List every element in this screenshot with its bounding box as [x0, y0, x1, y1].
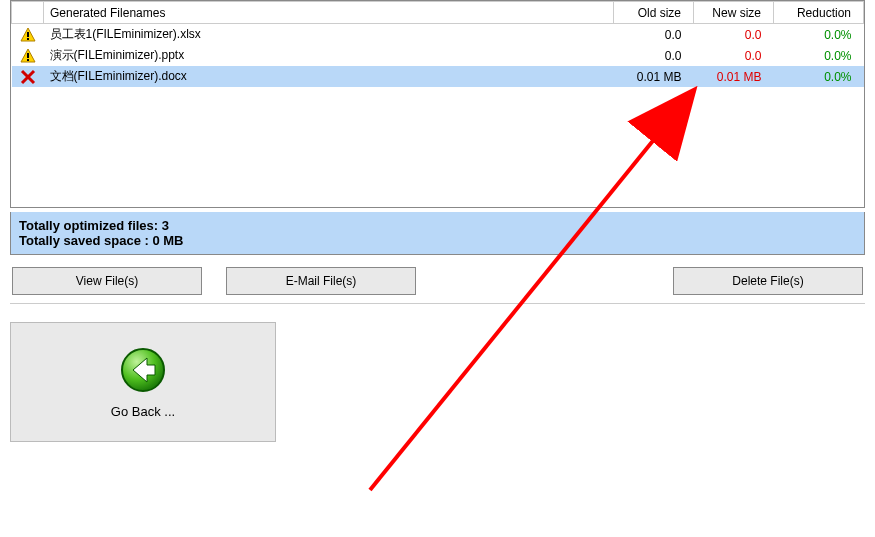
arrow-left-circle-icon — [119, 346, 167, 394]
cell-filename: 员工表1(FILEminimizer).xlsx — [44, 24, 614, 46]
table-row[interactable]: 文档(FILEminimizer).docx0.01 MB0.01 MB0.0% — [12, 66, 864, 87]
go-back-label: Go Back ... — [111, 404, 175, 419]
cell-old-size: 0.01 MB — [614, 66, 694, 87]
cell-old-size: 0.0 — [614, 45, 694, 66]
cell-new-size: 0.01 MB — [694, 66, 774, 87]
svg-rect-4 — [27, 53, 29, 58]
cell-filename: 文档(FILEminimizer).docx — [44, 66, 614, 87]
action-button-row: View File(s) E-Mail File(s) Delete File(… — [10, 267, 865, 304]
summary-saved-space: Totally saved space : 0 MB — [19, 233, 856, 248]
col-filename[interactable]: Generated Filenames — [44, 2, 614, 24]
table-header-row: Generated Filenames Old size New size Re… — [12, 2, 864, 24]
table-empty-row — [12, 87, 864, 107]
svg-rect-2 — [27, 38, 29, 40]
email-file-button[interactable]: E-Mail File(s) — [226, 267, 416, 295]
warning-icon — [12, 45, 44, 66]
results-table: Generated Filenames Old size New size Re… — [10, 0, 865, 208]
table-empty-row — [12, 167, 864, 187]
cell-reduction: 0.0% — [774, 66, 864, 87]
table-empty-row — [12, 107, 864, 127]
col-old-size[interactable]: Old size — [614, 2, 694, 24]
col-new-size[interactable]: New size — [694, 2, 774, 24]
warning-icon — [12, 24, 44, 46]
view-file-button[interactable]: View File(s) — [12, 267, 202, 295]
cell-old-size: 0.0 — [614, 24, 694, 46]
table-empty-row — [12, 187, 864, 207]
cell-filename: 演示(FILEminimizer).pptx — [44, 45, 614, 66]
col-icon[interactable] — [12, 2, 44, 24]
svg-rect-1 — [27, 32, 29, 37]
cell-reduction: 0.0% — [774, 45, 864, 66]
cell-new-size: 0.0 — [694, 24, 774, 46]
go-back-button[interactable]: Go Back ... — [10, 322, 276, 442]
summary-panel: Totally optimized files: 3 Totally saved… — [10, 212, 865, 255]
error-icon — [12, 66, 44, 87]
table-row[interactable]: 演示(FILEminimizer).pptx0.00.00.0% — [12, 45, 864, 66]
delete-file-button[interactable]: Delete File(s) — [673, 267, 863, 295]
col-reduction[interactable]: Reduction — [774, 2, 864, 24]
table-empty-row — [12, 127, 864, 147]
summary-optimized-count: Totally optimized files: 3 — [19, 218, 856, 233]
cell-new-size: 0.0 — [694, 45, 774, 66]
svg-rect-5 — [27, 59, 29, 61]
table-row[interactable]: 员工表1(FILEminimizer).xlsx0.00.00.0% — [12, 24, 864, 46]
cell-reduction: 0.0% — [774, 24, 864, 46]
table-empty-row — [12, 147, 864, 167]
